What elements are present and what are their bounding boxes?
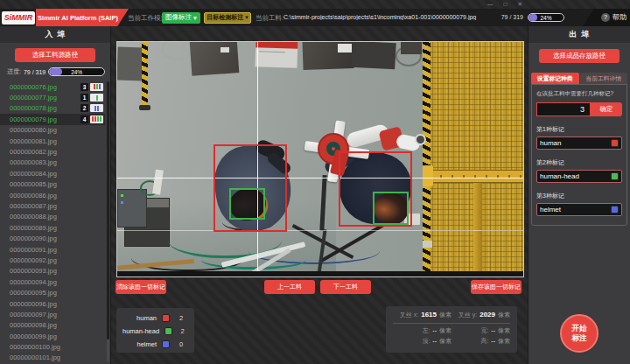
wall-socket (423, 241, 432, 248)
file-name: 0000000089.jpg (10, 224, 103, 232)
tab-set-label-classes[interactable]: 设置标记种类 (531, 73, 579, 84)
clear-annotations-button[interactable]: 清除该图一切标记 (116, 280, 166, 294)
label-class-input[interactable] (540, 206, 608, 214)
file-name: 0000000081.jpg (10, 137, 103, 145)
previous-item-button[interactable]: 上一工料 (264, 280, 315, 294)
current-file-path: C:\simmir-projects\saip\projects\s1\inco… (284, 14, 490, 20)
file-list-item[interactable]: 0000000098.jpg (0, 320, 105, 331)
inbound-panel-title: 入埠 (0, 26, 110, 43)
file-name: 0000000087.jpg (10, 202, 103, 210)
app-title: Simmir AI Platform (SAIP) (36, 9, 129, 26)
file-list-item[interactable]: 0000000099.jpg (0, 331, 105, 341)
maximize-icon[interactable]: □ (504, 1, 508, 8)
chevron-down-icon: ▾ (193, 14, 197, 22)
file-list[interactable]: 0000000076.jpg 3 0000000077.jpg 1 000000… (0, 81, 110, 364)
equipment-box (401, 42, 422, 54)
top-progress-bar: 24% (528, 13, 564, 22)
crosshair-y-label: 叉丝 y: (458, 311, 477, 319)
file-list-item[interactable]: 0000000082.jpg (0, 146, 105, 157)
file-list-item[interactable]: 0000000089.jpg (0, 222, 105, 233)
next-item-button[interactable]: 下一工料 (320, 280, 371, 294)
file-list-item[interactable]: 0000000086.jpg (0, 190, 105, 200)
file-name: 0000000083.jpg (10, 158, 103, 166)
top-toolbar: SiMMIR Simmir AI Platform (SAIP) 当前工作模式:… (0, 9, 630, 26)
help-icon: ? (601, 13, 610, 22)
annotation-count-badge: 2 (80, 104, 88, 112)
file-list-item[interactable]: 0000000079.jpg 4 (0, 114, 105, 124)
label-class-inputwrap (536, 136, 622, 150)
tab-current-item-details[interactable]: 当前工料详情 (580, 73, 628, 84)
scrollbar-thumb[interactable] (107, 81, 109, 340)
class-distribution-indicator (90, 104, 103, 112)
label-class-inputwrap (536, 170, 622, 183)
current-file-label: 当前工料: (256, 14, 284, 23)
label-color-swatch[interactable] (611, 172, 619, 180)
annotation-box-human-head[interactable] (373, 192, 409, 225)
file-list-item[interactable]: 0000000097.jpg (0, 309, 105, 319)
legend-class-count: 2 (177, 327, 188, 335)
class-distribution-indicator (90, 94, 103, 102)
label-class-input[interactable] (540, 139, 608, 147)
file-list-item[interactable]: 0000000087.jpg (0, 200, 105, 211)
file-list-item[interactable]: 0000000085.jpg (0, 179, 105, 190)
file-name: 0000000080.jpg (10, 126, 103, 134)
file-list-item[interactable]: 0000000093.jpg (0, 266, 105, 276)
box-width-label: 宽: (480, 326, 488, 335)
confirm-button[interactable]: 确定 (591, 102, 622, 116)
select-output-path-button[interactable]: 选择成品存放路径 (539, 49, 620, 63)
file-list-item[interactable]: 0000000090.jpg (0, 233, 105, 243)
file-list-item[interactable]: 00000000100.jpg (0, 341, 105, 352)
annotation-canvas[interactable] (116, 41, 524, 277)
help-button[interactable]: ? 帮助 (601, 12, 626, 22)
class-count-input[interactable] (536, 102, 591, 116)
viewer-toolbar: 清除该图一切标记 上一工料 下一工料 保存该图一切标记 (116, 280, 522, 294)
viewer-area: 清除该图一切标记 上一工料 下一工料 保存该图一切标记 human 2 huma… (111, 26, 528, 364)
crosshair-x-label: 叉丝 x: (400, 311, 418, 319)
file-list-item[interactable]: 0000000091.jpg (0, 244, 105, 255)
class-tick (94, 106, 96, 111)
label-color-swatch[interactable] (611, 139, 619, 147)
annotation-box-human-head[interactable] (229, 188, 265, 220)
annotation-count-badge: 1 (80, 94, 88, 102)
file-list-item[interactable]: 0000000096.jpg (0, 298, 105, 309)
equipment-box-white (255, 41, 298, 68)
file-name: 0000000090.jpg (10, 234, 103, 242)
save-annotations-button[interactable]: 保存该图一切标记 (471, 280, 522, 294)
class-tick (92, 116, 94, 122)
legend-row: helmet 0 (122, 338, 188, 351)
label-color-swatch[interactable] (611, 206, 619, 214)
minimize-icon[interactable]: — (487, 1, 494, 8)
label-class-input[interactable] (540, 172, 608, 180)
file-list-scrollbar[interactable] (107, 81, 109, 362)
file-list-item[interactable]: 0000000078.jpg 2 (0, 103, 105, 114)
floor-line (117, 230, 524, 231)
label-class-inputwrap (536, 203, 622, 216)
file-list-item[interactable]: 0000000076.jpg 3 (0, 81, 105, 92)
file-name: 0000000095.jpg (10, 289, 103, 297)
led-indicator (121, 201, 123, 204)
start-annotation-button[interactable]: 开始 标注 (560, 314, 598, 353)
image-annotation-mode-dropdown[interactable]: 图像标注 ▾ (162, 12, 200, 24)
file-list-item[interactable]: 0000000095.jpg (0, 287, 105, 298)
select-source-path-button[interactable]: 选择工料源路径 (15, 48, 95, 62)
class-tick (97, 116, 99, 122)
file-list-item[interactable]: 00000000101.jpg (0, 353, 105, 363)
top-progress-counter: 79 / 319 (492, 14, 523, 20)
file-list-item[interactable]: 0000000092.jpg (0, 255, 105, 265)
class-distribution-indicator (90, 83, 103, 91)
file-list-item[interactable]: 0000000088.jpg (0, 212, 105, 222)
legend-class-count: 2 (174, 314, 188, 322)
file-list-item[interactable]: 0000000077.jpg 1 (0, 92, 105, 102)
file-list-item[interactable]: 0000000081.jpg (0, 136, 105, 146)
robot-end-cap (415, 134, 426, 145)
pixel-unit: 像素 (439, 311, 452, 319)
target-detection-mode-dropdown[interactable]: 目标检测标注 ▾ (204, 12, 251, 24)
file-name: 0000000078.jpg (10, 104, 80, 112)
file-list-item[interactable]: 0000000083.jpg (0, 158, 105, 168)
file-list-item[interactable]: 0000000094.jpg (0, 276, 105, 287)
file-list-item[interactable]: 0000000084.jpg (0, 168, 105, 178)
file-list-item[interactable]: 0000000080.jpg (0, 125, 105, 136)
close-icon[interactable]: ✕ (517, 1, 522, 8)
outbound-panel-title: 出埠 (528, 26, 630, 43)
file-name: 0000000088.jpg (10, 213, 103, 220)
